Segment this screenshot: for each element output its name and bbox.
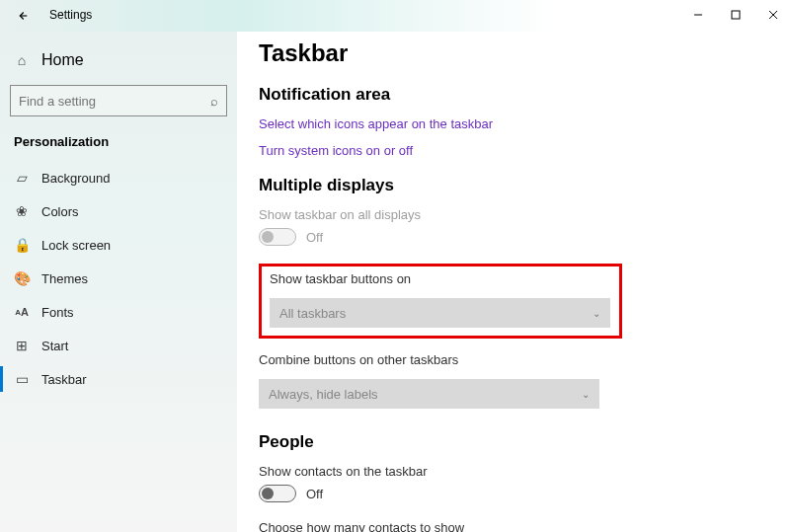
toggle-show-contacts[interactable] bbox=[259, 485, 296, 502]
nav-label: Themes bbox=[41, 271, 88, 286]
sidebar: ⌂ Home ⌕ Personalization ▱ Background ❀ … bbox=[0, 32, 237, 532]
fonts-icon: AA bbox=[14, 304, 30, 320]
home-icon: ⌂ bbox=[14, 52, 30, 68]
label-combine-buttons: Combine buttons on other taskbars bbox=[259, 352, 762, 367]
back-arrow-icon bbox=[15, 9, 29, 23]
dropdown-show-buttons-on[interactable]: All taskbars ⌄ bbox=[270, 298, 610, 328]
main-content: Taskbar Notification area Select which i… bbox=[259, 32, 792, 532]
search-box[interactable]: ⌕ bbox=[10, 85, 227, 116]
highlight-box: Show taskbar buttons on All taskbars ⌄ bbox=[259, 264, 622, 339]
taskbar-icon: ▭ bbox=[14, 371, 30, 387]
link-system-icons[interactable]: Turn system icons on or off bbox=[259, 143, 762, 158]
themes-icon: 🎨 bbox=[14, 270, 30, 286]
search-input[interactable] bbox=[19, 94, 210, 109]
nav-label: Taskbar bbox=[41, 372, 87, 387]
nav-label: Lock screen bbox=[41, 238, 111, 253]
label-show-taskbar-all: Show taskbar on all displays bbox=[259, 207, 762, 222]
close-button[interactable] bbox=[754, 0, 792, 30]
back-button[interactable] bbox=[10, 4, 34, 28]
section-multiple-displays: Multiple displays bbox=[259, 176, 762, 195]
search-icon: ⌕ bbox=[210, 94, 218, 109]
sidebar-item-fonts[interactable]: AA Fonts bbox=[0, 295, 237, 329]
label-choose-contacts: Choose how many contacts to show bbox=[259, 520, 762, 532]
chevron-down-icon: ⌄ bbox=[593, 308, 600, 319]
nav-label: Background bbox=[41, 171, 110, 186]
label-show-contacts: Show contacts on the taskbar bbox=[259, 464, 762, 479]
section-notification-area: Notification area bbox=[259, 85, 762, 105]
colors-icon: ❀ bbox=[14, 203, 30, 219]
toggle-show-taskbar-all bbox=[259, 228, 296, 246]
dropdown-combine-buttons[interactable]: Always, hide labels ⌄ bbox=[259, 379, 599, 409]
toggle-state-show-contacts: Off bbox=[306, 487, 323, 501]
link-select-icons[interactable]: Select which icons appear on the taskbar bbox=[259, 116, 762, 131]
minimize-button[interactable] bbox=[679, 0, 717, 30]
maximize-button[interactable] bbox=[717, 0, 754, 30]
sidebar-item-taskbar[interactable]: ▭ Taskbar bbox=[0, 362, 237, 396]
nav-label: Fonts bbox=[41, 305, 74, 320]
nav-label: Start bbox=[41, 339, 68, 353]
app-title: Settings bbox=[49, 8, 92, 22]
section-people: People bbox=[259, 432, 762, 452]
background-icon: ▱ bbox=[14, 170, 30, 186]
dropdown-value: Always, hide labels bbox=[269, 387, 378, 402]
sidebar-item-background[interactable]: ▱ Background bbox=[0, 161, 237, 194]
sidebar-item-start[interactable]: ⊞ Start bbox=[0, 329, 237, 362]
toggle-state-show-taskbar-all: Off bbox=[306, 230, 323, 245]
section-title: Personalization bbox=[0, 130, 237, 161]
dropdown-value: All taskbars bbox=[279, 306, 346, 321]
lockscreen-icon: 🔒 bbox=[14, 237, 30, 253]
sidebar-item-lockscreen[interactable]: 🔒 Lock screen bbox=[0, 228, 237, 262]
sidebar-item-themes[interactable]: 🎨 Themes bbox=[0, 262, 237, 295]
start-icon: ⊞ bbox=[14, 338, 30, 353]
chevron-down-icon: ⌄ bbox=[582, 389, 590, 400]
window-controls bbox=[679, 0, 792, 30]
page-title: Taskbar bbox=[259, 39, 762, 67]
home-label: Home bbox=[41, 51, 84, 69]
svg-rect-2 bbox=[732, 11, 740, 19]
label-show-buttons-on: Show taskbar buttons on bbox=[270, 271, 611, 286]
nav-label: Colors bbox=[41, 204, 79, 219]
titlebar: Settings bbox=[0, 0, 792, 32]
sidebar-home[interactable]: ⌂ Home bbox=[0, 43, 237, 77]
sidebar-item-colors[interactable]: ❀ Colors bbox=[0, 194, 237, 228]
